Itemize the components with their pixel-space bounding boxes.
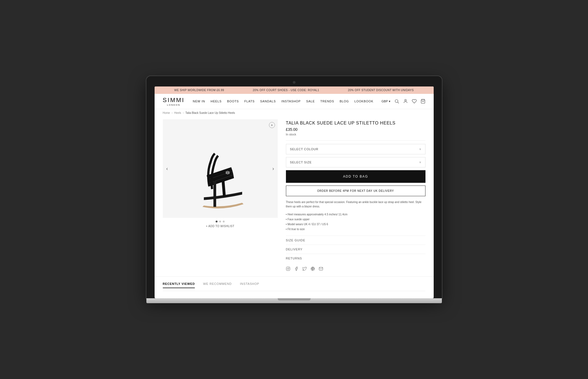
breadcrumb: Home › Heels › Talia Black Suede Lace Up… [155,109,434,117]
email-icon[interactable] [319,267,323,271]
account-icon[interactable] [403,99,408,104]
bullet-2: Faux suede upper [286,217,425,222]
svg-rect-6 [227,171,228,175]
product-price: £35.00 [286,127,425,132]
nav-item-boots[interactable]: BOOTS [227,100,239,103]
accordion-returns-label: RETURNS [286,257,302,260]
breadcrumb-home[interactable]: Home [163,111,170,114]
instagram-icon[interactable] [286,267,290,271]
tab-recently-viewed[interactable]: RECENTLY VIEWED [163,282,195,288]
pinterest-icon[interactable] [311,267,315,271]
header-icons: GBP ▾ [381,99,425,104]
size-chevron-icon: ∨ [419,161,421,164]
svg-rect-4 [213,181,216,207]
nav-item-lookbook[interactable]: LOOKBOOK [354,100,373,103]
tab-instashop[interactable]: INSTASHOP [240,282,259,288]
nav-item-blog[interactable]: BLOG [340,100,349,103]
zoom-icon[interactable]: + [269,122,275,128]
bullet-4: Fit true to size [286,227,425,232]
svg-line-1 [398,102,399,103]
announcement-bar: WE SHIP WORLDWIDE FROM £6.99 20% OFF COU… [155,86,434,94]
gallery-next-button[interactable]: › [270,163,276,173]
accordion-returns[interactable]: RETURNS [286,254,425,263]
breadcrumb-sep-1: › [172,111,172,114]
svg-point-8 [287,268,289,269]
next-day-delivery-button[interactable]: ORDER BEFORE 4PM FOR NEXT DAY UK DELIVER… [286,186,425,196]
social-icons [286,267,425,271]
laptop-base [146,298,442,303]
laptop-container: WE SHIP WORLDWIDE FROM £6.99 20% OFF COU… [146,76,442,303]
laptop-camera [293,81,296,84]
product-bullets: Heel measures approximately 4.5 inches/ … [286,212,425,232]
nav-item-instashop[interactable]: INSTASHOP [281,100,301,103]
product-image [187,126,253,211]
nav-item-new-in[interactable]: NEW IN [193,100,205,103]
logo[interactable]: SIMMI LONDON [163,97,185,106]
select-colour-dropdown[interactable]: SELECT COLOUR ∨ [286,144,425,154]
wishlist-icon[interactable] [412,99,417,104]
tab-we-recommend[interactable]: WE RECOMMEND [203,282,232,288]
gallery-prev-button[interactable]: ‹ [164,163,170,173]
select-size-label: SELECT SIZE [290,161,312,164]
bullet-1: Heel measures approximately 4.5 inches/ … [286,212,425,217]
accordion-delivery[interactable]: DELIVERY [286,245,425,254]
breadcrumb-current: Talia Black Suede Lace Up Stiletto Heels [185,111,235,114]
product-stock: In stock [286,133,425,136]
svg-point-9 [289,268,289,268]
svg-rect-7 [286,267,290,270]
screen-bezel: WE SHIP WORLDWIDE FROM £6.99 20% OFF COU… [146,76,442,298]
twitter-icon[interactable] [302,267,307,271]
nav-item-sandals[interactable]: SANDALS [260,100,276,103]
tabs-section: RECENTLY VIEWED WE RECOMMEND INSTASHOP [155,276,434,298]
product-info: TALIA BLACK SUEDE LACE UP STILETTO HEELS… [286,119,425,271]
search-icon[interactable] [394,99,399,104]
logo-sub: LONDON [163,104,185,106]
accordion-size-guide[interactable]: SIZE GUIDE [286,236,425,245]
product-gallery: + ‹ › + ADD TO WISHLIST [163,119,278,271]
product-title: TALIA BLACK SUEDE LACE UP STILETTO HEELS [286,121,425,126]
select-size-dropdown[interactable]: SELECT SIZE ∨ [286,157,425,167]
add-to-wishlist-link[interactable]: + ADD TO WISHLIST [163,225,278,228]
currency-chevron: ▾ [389,100,390,103]
bullet-3: Model wears UK 4 / EU 37 / US 6 [286,222,425,227]
gallery-main: + ‹ › [163,119,278,218]
add-to-bag-button[interactable]: ADD TO BAG [286,170,425,183]
gallery-dots [163,221,278,222]
announcement-1: WE SHIP WORLDWIDE FROM £6.99 [174,89,224,92]
bag-icon[interactable] [421,99,425,104]
currency-label: GBP [381,100,388,103]
accordion-delivery-label: DELIVERY [286,248,303,251]
gallery-dot-3[interactable] [223,221,225,222]
divider-1 [286,140,425,141]
gallery-dot-1[interactable] [216,221,218,222]
laptop-screen: WE SHIP WORLDWIDE FROM £6.99 20% OFF COU… [155,86,434,298]
colour-chevron-icon: ∨ [419,147,421,151]
breadcrumb-sep-2: › [183,111,184,114]
svg-point-0 [395,100,398,103]
product-area: + ‹ › + ADD TO WISHLIST TALIA BLACK SUED… [155,117,434,276]
select-colour-label: SELECT COLOUR [290,147,318,151]
currency-selector[interactable]: GBP ▾ [381,100,390,103]
product-tabs: RECENTLY VIEWED WE RECOMMEND INSTASHOP [163,282,425,291]
header: SIMMI LONDON NEW IN HEELS BOOTS FLATS SA… [155,94,434,109]
nav-item-flats[interactable]: FLATS [244,100,255,103]
product-description: These heels are perfect for that special… [286,200,425,209]
main-nav: NEW IN HEELS BOOTS FLATS SANDALS INSTASH… [193,100,382,103]
svg-point-2 [405,99,406,101]
nav-item-heels[interactable]: HEELS [211,100,222,103]
accordion-size-guide-label: SIZE GUIDE [286,239,305,242]
gallery-dot-2[interactable] [219,221,221,222]
nav-item-trends[interactable]: TRENDS [320,100,334,103]
logo-main: SIMMI [163,97,185,104]
announcement-3: 20% OFF STUDENT DISCOUNT WITH UNIDAYS [348,89,414,92]
breadcrumb-heels[interactable]: Heels [174,111,181,114]
announcement-2: 20% OFF COURT SHOES - USE CODE: ROYAL1 [253,89,319,92]
nav-item-sale[interactable]: SALE [306,100,315,103]
facebook-icon[interactable] [294,267,299,271]
